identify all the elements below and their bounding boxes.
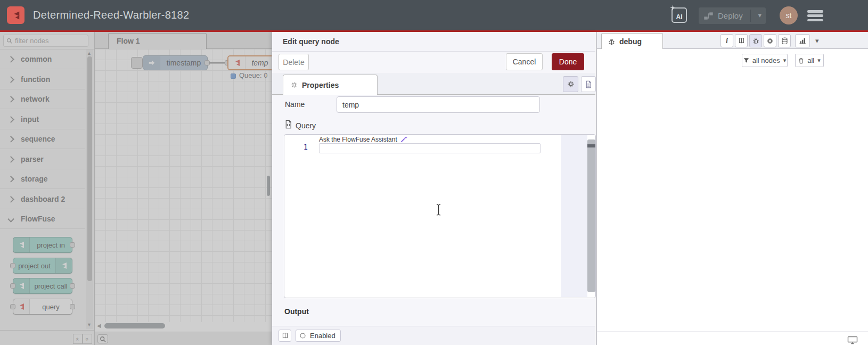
deploy-icon xyxy=(704,12,713,20)
ai-assistant-button[interactable]: AI xyxy=(672,7,687,23)
dashboard-tab-button[interactable] xyxy=(795,34,810,47)
workspace-shade-overlay xyxy=(0,32,272,345)
done-button[interactable]: Done xyxy=(552,53,584,70)
cancel-button[interactable]: Cancel xyxy=(506,53,543,70)
book-icon xyxy=(282,332,289,339)
info-tab-button[interactable]: i xyxy=(720,34,733,47)
avatar-initials: st xyxy=(786,11,792,20)
context-data-button[interactable] xyxy=(778,34,791,47)
debug-tab-label: debug xyxy=(619,37,642,46)
debug-clear-button[interactable]: all ▾ xyxy=(795,54,824,67)
node-settings-button[interactable] xyxy=(563,76,578,92)
delete-button[interactable]: Delete xyxy=(279,54,309,70)
tab-debug[interactable]: debug xyxy=(601,33,663,49)
trash-icon xyxy=(798,58,804,64)
document-icon xyxy=(585,80,592,88)
right-sidebar: debug i xyxy=(596,32,868,345)
cancel-label: Cancel xyxy=(513,58,536,66)
sidebar-footer xyxy=(597,331,868,345)
database-icon xyxy=(781,37,788,45)
funnel-icon xyxy=(743,58,749,63)
tab-properties[interactable]: Properties xyxy=(283,75,378,95)
sidebar-menu-caret-icon[interactable]: ▾ xyxy=(815,37,819,45)
gear-icon xyxy=(567,80,575,88)
config-nodes-button[interactable] xyxy=(764,34,776,47)
sparkle-icon xyxy=(670,5,676,11)
delete-label: Delete xyxy=(283,58,304,67)
ibeam-mouse-cursor xyxy=(435,203,442,216)
flowfuse-assistant-hint[interactable]: Ask the FlowFuse Assistant xyxy=(319,135,407,143)
output-section-label: Output xyxy=(284,307,309,316)
deploy-label: Deploy xyxy=(718,11,743,20)
clear-button-label: all xyxy=(807,56,814,64)
dialog-footer: Enabled xyxy=(272,326,595,345)
properties-tab-label: Properties xyxy=(302,81,339,89)
menu-bar-icon xyxy=(807,10,823,13)
instance-title: Determined-Reed-Warbler-8182 xyxy=(33,0,189,30)
open-window-icon[interactable] xyxy=(847,336,858,344)
enabled-label: Enabled xyxy=(310,332,335,340)
ai-label: AI xyxy=(676,13,683,21)
filter-button-label: all nodes xyxy=(752,56,780,64)
editor-line-number: 1 xyxy=(284,143,308,151)
deploy-button[interactable]: Deploy ▾ xyxy=(699,7,766,24)
bug-icon xyxy=(752,37,759,45)
node-red-editor: Determined-Reed-Warbler-8182 AI Deploy ▾… xyxy=(0,0,868,345)
node-description-button[interactable] xyxy=(581,76,596,92)
caret-down-icon: ▾ xyxy=(817,57,821,64)
debug-filter-button[interactable]: all nodes ▾ xyxy=(742,54,788,67)
editor-scrollbar-thumb[interactable] xyxy=(587,144,595,147)
book-icon xyxy=(738,37,745,44)
editor-scrollbar[interactable] xyxy=(587,139,595,292)
menu-bar-icon xyxy=(807,14,823,17)
help-tab-button[interactable] xyxy=(735,34,748,47)
gear-icon xyxy=(766,37,774,45)
bug-icon xyxy=(608,38,615,45)
edit-node-dialog: Edit query node Delete Cancel Done Prope… xyxy=(272,32,595,345)
circle-icon xyxy=(299,332,306,339)
done-label: Done xyxy=(559,58,577,66)
editor-minimap xyxy=(561,135,587,297)
caret-down-icon: ▾ xyxy=(783,57,787,64)
deploy-caret-icon[interactable]: ▾ xyxy=(758,11,761,19)
bar-chart-icon xyxy=(799,37,806,44)
info-icon: i xyxy=(726,37,728,45)
gear-icon xyxy=(291,81,298,88)
hamburger-menu-button[interactable] xyxy=(807,10,823,21)
name-input[interactable] xyxy=(337,96,540,113)
flowfuse-logo-icon xyxy=(7,6,24,24)
user-avatar[interactable]: st xyxy=(780,6,798,24)
node-help-button[interactable] xyxy=(279,330,291,342)
magic-wand-icon xyxy=(400,136,407,143)
deploy-divider xyxy=(750,10,751,22)
node-enabled-toggle[interactable]: Enabled xyxy=(296,330,341,342)
debug-tab-button[interactable] xyxy=(749,34,762,47)
dialog-title: Edit query node xyxy=(272,32,595,52)
flowfuse-mark-icon xyxy=(11,10,21,21)
assistant-hint-text: Ask the FlowFuse Assistant xyxy=(319,136,397,143)
name-field-label: Name xyxy=(285,100,305,109)
editor-first-line-input[interactable] xyxy=(319,143,541,153)
menu-bar-icon xyxy=(807,19,823,22)
header-bar: Determined-Reed-Warbler-8182 AI Deploy ▾… xyxy=(0,0,868,32)
query-field-label: Query xyxy=(296,121,316,130)
file-code-icon xyxy=(284,120,292,129)
query-code-editor[interactable]: 1 Ask the FlowFuse Assistant xyxy=(284,134,596,298)
